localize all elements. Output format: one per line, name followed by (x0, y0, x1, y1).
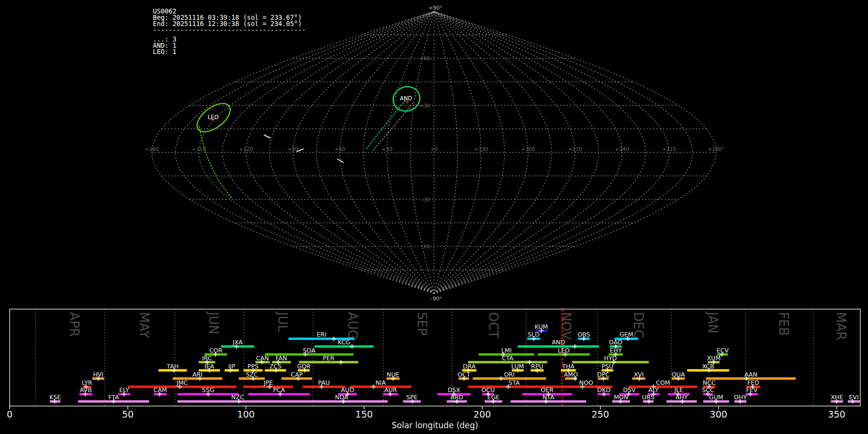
shower-label-nia: NIA (376, 379, 386, 386)
shower-label-leo: LEO (558, 347, 570, 354)
shower-label-avb: AVB (80, 386, 92, 393)
shower-label-mon: MON (614, 393, 628, 401)
shower-label-dsv: DSV (623, 386, 636, 393)
shower-label-nta: NTA (542, 393, 555, 401)
shower-label-lyr: LYR (82, 379, 93, 386)
shower-label-sda: SDA (303, 347, 315, 354)
shower-peak-marker-per (339, 360, 343, 365)
shower-label-pca: PCA (273, 386, 285, 393)
shower-label-cam: CAM (153, 386, 167, 393)
month-label-oct: OCT (486, 312, 501, 339)
x-tick-label: 0 (7, 409, 13, 420)
shower-peak-marker-and (573, 344, 577, 349)
shower-label-cap: CAP (291, 371, 303, 378)
shower-label-tah: TAH (166, 363, 179, 370)
shower-label-ahy: AHY (676, 393, 688, 401)
shower-label-aur: AUR (384, 386, 397, 393)
shower-label-jle: JLE (674, 386, 683, 393)
month-label-dec: DEC (631, 312, 646, 339)
shower-label-xvi: XVI (634, 371, 644, 378)
shower-label-nzc: NZC (231, 393, 244, 401)
shower-label-nda: NDA (335, 393, 349, 401)
shower-label-kcg: KCG (338, 339, 350, 346)
shower-label-dra: DRA (463, 363, 476, 370)
month-label-apr: APR (67, 312, 81, 337)
shower-label-cta: CTA (502, 354, 514, 362)
x-tick-label: 50 (122, 409, 134, 420)
shower-label-fed: FED (747, 379, 760, 386)
month-label-nov: NOV (559, 312, 573, 339)
shower-label-xcb: XCB (702, 363, 714, 370)
shower-label-szc: SZC (246, 371, 258, 378)
month-label-sep: SEP (415, 312, 429, 336)
shower-activity-chart: Solar longitude (deg) APRMAYJUNJULAUGSEP… (0, 0, 868, 434)
shower-label-eri: ERI (317, 331, 326, 338)
x-tick-label: 350 (828, 409, 845, 420)
shower-label-evi: EVI (849, 393, 858, 401)
shower-label-per: PER (323, 354, 334, 362)
shower-label-ari: ARI (192, 371, 203, 378)
shower-label-kse: KSE (49, 393, 61, 401)
x-tick-label: 100 (237, 409, 255, 420)
x-tick-label: 200 (474, 409, 491, 420)
x-tick-label: 300 (710, 409, 727, 420)
shower-label-iip: IIP (228, 363, 235, 370)
shower-label-spe: SPE (407, 393, 418, 401)
x-axis-title: Solar longitude (deg) (392, 420, 478, 430)
shower-label-fan: FAN (276, 354, 287, 362)
month-label-may: MAY (137, 312, 151, 338)
shower-peak-marker-eri (332, 337, 336, 341)
shower-label-hyd: HYD (604, 354, 617, 362)
shower-label-oer: OER (541, 386, 554, 393)
month-label-jun: JUN (206, 311, 221, 334)
shower-label-gdr: GDR (297, 363, 311, 370)
shower-label-jxa: JXA (232, 339, 243, 346)
month-label-jul: JUL (275, 311, 290, 332)
x-tick-label: 250 (592, 409, 609, 420)
month-label-jan: JAN (705, 311, 720, 333)
shower-label-jpe: JPE (263, 379, 273, 386)
month-label-mar: MAR (834, 312, 848, 340)
shower-label-pau: PAU (318, 379, 329, 386)
month-label-feb: FEB (776, 312, 791, 336)
shower-label-noo: NOO (579, 379, 593, 386)
shower-peak-marker-ori (499, 377, 503, 381)
shower-label-urs: URS (642, 393, 654, 401)
shower-label-ori: ORI (504, 371, 515, 378)
shower-label-jmc: JMC (176, 379, 188, 386)
radiant-map-screen: +90°-90°+180+150+120+90+60+30+0+330+300+… (0, 0, 868, 434)
shower-label-and: AND (552, 339, 565, 346)
shower-label-ecv: ECV (717, 347, 729, 354)
shower-peak-marker-kcg (350, 344, 354, 349)
shower-label-zcs: ZCS (270, 363, 282, 370)
shower-label-fev: FEV (746, 386, 758, 393)
shower-label-cor: COR (209, 347, 223, 354)
x-tick-label: 150 (355, 409, 373, 420)
shower-label-gem: GEM (620, 331, 633, 338)
shower-label-com: COM (656, 379, 670, 386)
shower-label-can: CAN (256, 354, 269, 362)
shower-label-amo: AMO (564, 371, 578, 378)
shower-label-sta: STA (509, 379, 520, 386)
month-label-aug: AUG (345, 312, 360, 339)
